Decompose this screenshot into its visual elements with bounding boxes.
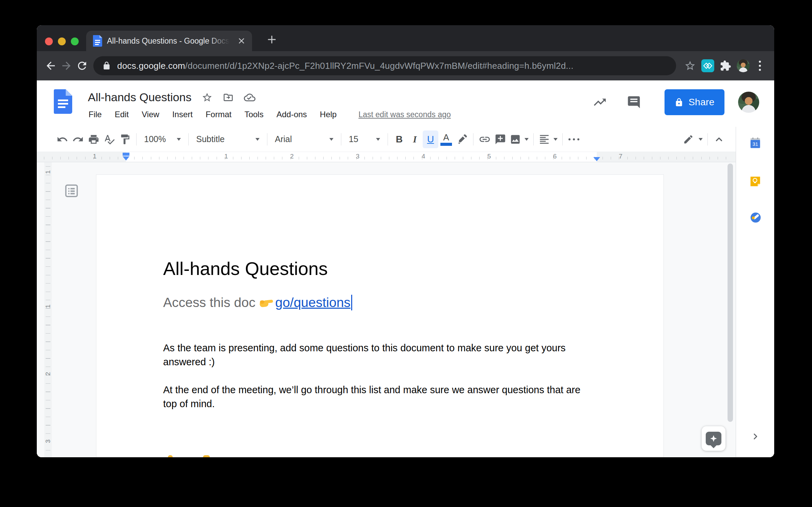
menu-bar: File Edit View Insert Format Tools Add-o…	[89, 110, 451, 119]
tab-strip: All-hands Questions - Google Docs	[37, 25, 774, 51]
last-edit-link[interactable]: Last edit was seconds ago	[358, 110, 451, 119]
horizontal-ruler: 1 1 2 3 4 5 6 7	[37, 152, 736, 162]
ruler-number: 5	[485, 153, 493, 160]
chrome-menu-icon[interactable]	[753, 61, 767, 71]
close-window-button[interactable]	[45, 37, 53, 45]
tab-title-fade	[209, 36, 233, 46]
collapse-toolbar-icon[interactable]	[711, 130, 727, 148]
bookmark-star-icon[interactable]	[682, 58, 698, 74]
tab-title: All-hands Questions - Google Docs	[107, 36, 233, 46]
minimize-window-button[interactable]	[58, 37, 66, 45]
cutoff-emoji-sliver	[168, 455, 173, 457]
chevron-down-icon	[699, 138, 703, 141]
left-indent-marker[interactable]	[123, 153, 129, 160]
menu-addons[interactable]: Add-ons	[277, 110, 307, 119]
go-questions-link[interactable]: go/questions	[275, 295, 350, 310]
share-button[interactable]: Share	[665, 89, 724, 115]
align-button[interactable]	[537, 130, 559, 148]
insert-link-icon[interactable]	[477, 130, 493, 148]
menu-view[interactable]: View	[142, 110, 159, 119]
document-page[interactable]: All-hands Questions Access this doc go/q…	[96, 174, 664, 457]
google-docs-favicon	[93, 35, 102, 47]
editing-mode-button[interactable]	[682, 130, 704, 148]
calendar-date: 31	[752, 141, 758, 147]
menu-tools[interactable]: Tools	[245, 110, 264, 119]
maximize-window-button[interactable]	[71, 37, 79, 45]
doc-title-text[interactable]: All-hands Questions	[163, 258, 328, 279]
forward-button[interactable]	[59, 58, 74, 74]
lock-icon	[102, 61, 111, 70]
paragraph-style-select[interactable]: Subtitle	[192, 130, 264, 148]
browser-tab[interactable]: All-hands Questions - Google Docs	[86, 31, 252, 51]
star-document-icon[interactable]	[202, 92, 213, 103]
document-outline-icon[interactable]	[62, 181, 81, 200]
tab-close-icon[interactable]	[236, 36, 247, 46]
bold-button[interactable]: B	[391, 130, 407, 148]
google-keep-icon[interactable]	[749, 175, 761, 187]
redo-icon[interactable]	[70, 130, 86, 148]
google-tasks-icon[interactable]	[749, 211, 761, 223]
account-avatar[interactable]	[738, 92, 759, 113]
share-lock-icon	[674, 98, 684, 107]
url-domain: docs.google.com	[117, 61, 185, 71]
move-to-folder-icon[interactable]	[223, 92, 234, 103]
chevron-down-icon	[553, 138, 558, 141]
chevron-down-icon	[525, 138, 529, 141]
browser-profile-avatar[interactable]	[737, 59, 750, 72]
chevron-down-icon	[329, 138, 333, 141]
comments-icon[interactable]	[626, 94, 642, 110]
extensions-puzzle-icon[interactable]	[718, 58, 733, 74]
document-scrollbar[interactable]	[728, 164, 733, 422]
menu-file[interactable]: File	[89, 110, 102, 119]
document-name[interactable]: All-hands Questions	[88, 91, 191, 104]
traffic-lights	[45, 37, 79, 45]
back-button[interactable]	[43, 58, 59, 74]
document-canvas[interactable]: 1 1 2 3 All-hands Questions	[37, 162, 736, 457]
browser-toolbar: docs.google.com/document/d/1p2XNp2-ajcPc…	[37, 51, 774, 80]
new-tab-button[interactable]	[264, 32, 279, 47]
ruler-number: 2	[44, 370, 52, 378]
more-options-icon[interactable]	[566, 130, 582, 148]
doc-subtitle-line[interactable]: Access this doc go/questions	[163, 295, 352, 310]
font-size-select[interactable]: 15	[345, 130, 384, 148]
ruler-number: 3	[44, 437, 52, 445]
ruler-number: 3	[354, 153, 362, 160]
print-icon[interactable]	[86, 130, 102, 148]
url-path: /document/d/1p2XNp2-ajcPc_F2h01llRY2mFVu…	[185, 61, 574, 71]
google-calendar-icon[interactable]: 31	[749, 137, 761, 149]
vertical-ruler: 1 1 2 3	[44, 162, 52, 457]
zoom-select[interactable]: 100%	[140, 130, 185, 148]
menu-insert[interactable]: Insert	[172, 110, 193, 119]
menu-help[interactable]: Help	[320, 110, 337, 119]
paragraph[interactable]: As the team is presenting, add some ques…	[163, 341, 566, 369]
right-indent-marker[interactable]	[593, 156, 600, 161]
undo-icon[interactable]	[54, 130, 70, 148]
italic-button[interactable]: I	[407, 130, 423, 148]
underline-button[interactable]: U	[423, 130, 438, 148]
cloud-saved-icon[interactable]	[244, 92, 255, 103]
hide-side-panel-icon[interactable]	[750, 431, 761, 442]
text-color-button[interactable]: A	[438, 130, 454, 148]
text-cursor	[351, 295, 352, 310]
browser-actions	[682, 58, 767, 74]
ruler-number: 2	[288, 153, 296, 160]
menu-format[interactable]: Format	[206, 110, 232, 119]
insights-icon[interactable]	[592, 94, 608, 110]
golinks-extension-icon[interactable]	[701, 59, 714, 72]
address-bar[interactable]: docs.google.com/document/d/1p2XNp2-ajcPc…	[93, 56, 676, 75]
insert-image-button[interactable]	[508, 130, 530, 148]
ruler-number: 1	[91, 153, 99, 160]
highlight-color-icon[interactable]	[454, 130, 470, 148]
google-side-panel: 31	[736, 127, 774, 457]
ruler-number: 6	[551, 153, 559, 160]
google-docs-logo[interactable]	[54, 89, 72, 114]
spell-check-icon[interactable]	[102, 130, 117, 148]
reload-button[interactable]	[74, 58, 90, 74]
ruler-ticks	[44, 157, 728, 159]
add-comment-icon[interactable]	[493, 130, 508, 148]
font-select[interactable]: Arial	[271, 130, 338, 148]
paragraph[interactable]: At the end of the meeting, we’ll go thro…	[163, 383, 580, 411]
paint-format-icon[interactable]	[117, 130, 133, 148]
menu-edit[interactable]: Edit	[115, 110, 129, 119]
explore-button[interactable]	[702, 426, 725, 451]
